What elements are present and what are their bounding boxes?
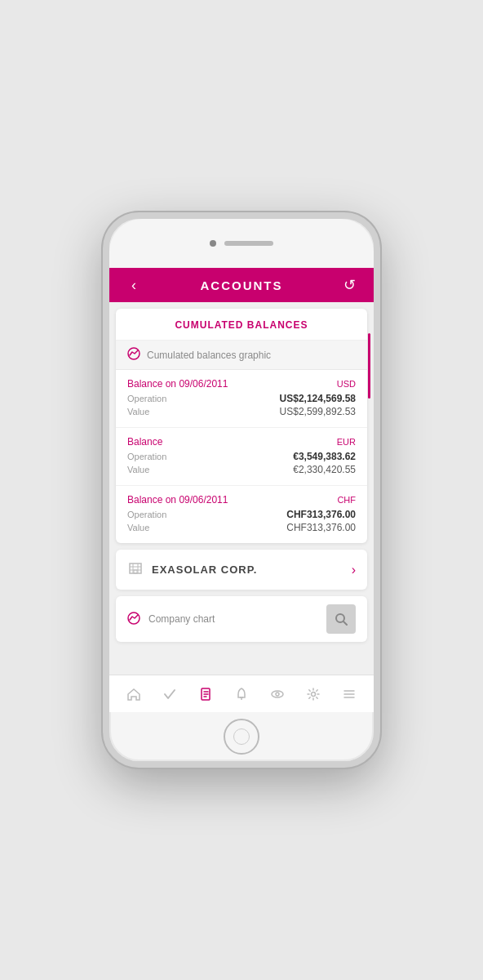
balance-chf-value-label: Value — [127, 523, 149, 532]
chart-search-button[interactable] — [326, 604, 356, 634]
balance-usd-value-amount: US$2,599,892.53 — [280, 406, 356, 417]
power-button[interactable] — [379, 317, 380, 353]
nav-eye[interactable] — [264, 681, 290, 707]
balance-eur-operation-row: Operation €3,549,383.62 — [127, 451, 356, 462]
balance-usd-value-row: Value US$2,599,892.53 — [127, 406, 356, 417]
balances-header: CUMULATED BALANCES — [116, 309, 367, 341]
balance-chf-operation-label: Operation — [127, 510, 166, 519]
svg-point-16 — [272, 691, 283, 697]
svg-point-17 — [276, 693, 279, 696]
speaker-grille — [224, 241, 273, 246]
balance-eur-value-row: Value €2,330,420.55 — [127, 464, 356, 475]
company-name: EXASOLAR CORP. — [152, 564, 343, 576]
cumulated-graphic-row[interactable]: Cumulated balances graphic — [116, 341, 367, 370]
scroll-indicator — [368, 333, 370, 399]
balance-chf-operation-value: CHF313,376.00 — [286, 509, 356, 520]
graphic-label: Cumulated balances graphic — [147, 350, 271, 361]
chart-icon — [127, 612, 140, 627]
balance-eur-value-amount: €2,330,420.55 — [293, 464, 356, 475]
balance-chf-section: Balance on 09/06/2011 CHF Operation CHF3… — [116, 486, 367, 543]
balance-chf-header-row: Balance on 09/06/2011 CHF — [127, 494, 356, 506]
refresh-button[interactable]: ↺ — [338, 276, 361, 294]
page-title: ACCOUNTS — [145, 278, 338, 292]
company-chart-row[interactable]: Company chart — [116, 596, 367, 642]
nav-home[interactable] — [121, 681, 147, 707]
balance-eur-header-row: Balance EUR — [127, 436, 356, 448]
company-arrow-icon: › — [352, 563, 356, 577]
balance-usd-section: Balance on 09/06/2011 USD Operation US$2… — [116, 370, 367, 428]
home-button-inner — [233, 728, 250, 745]
home-button[interactable] — [224, 719, 259, 755]
balance-eur-operation-value: €3,549,383.62 — [293, 451, 356, 462]
balance-eur-section: Balance EUR Operation €3,549,383.62 Valu… — [116, 428, 367, 486]
svg-rect-1 — [130, 564, 141, 573]
balances-title: CUMULATED BALANCES — [175, 319, 308, 331]
balance-chf-value-row: Value CHF313,376.00 — [127, 522, 356, 533]
balance-usd-operation-row: Operation US$2,124,569.58 — [127, 393, 356, 404]
camera-dot — [210, 240, 216, 247]
balances-card: CUMULATED BALANCES Cumulated balances gr… — [116, 309, 367, 543]
balance-eur-title: Balance — [127, 436, 162, 448]
content-area: CUMULATED BALANCES Cumulated balances gr… — [109, 302, 374, 675]
balance-usd-header-row: Balance on 09/06/2011 USD — [127, 378, 356, 390]
bottom-nav — [109, 675, 374, 712]
company-row[interactable]: EXASOLAR CORP. › — [116, 550, 367, 590]
phone-frame: ‹ ACCOUNTS ↺ CUMULATED BALANCES — [103, 212, 380, 768]
back-button[interactable]: ‹ — [122, 277, 145, 294]
balance-eur-value-label: Value — [127, 465, 149, 474]
svg-line-9 — [343, 621, 347, 625]
balance-eur-currency: EUR — [337, 437, 356, 447]
balance-chf-title: Balance on 09/06/2011 — [127, 494, 228, 506]
svg-point-18 — [312, 692, 316, 696]
balance-chf-operation-row: Operation CHF313,376.00 — [127, 509, 356, 520]
nav-check[interactable] — [157, 681, 183, 707]
balance-chf-value-amount: CHF313,376.00 — [286, 522, 356, 533]
nav-bell[interactable] — [228, 681, 255, 707]
chart-trend-icon — [127, 347, 140, 363]
balance-usd-title: Balance on 09/06/2011 — [127, 378, 228, 390]
nav-document[interactable] — [193, 681, 219, 707]
phone-top-bar — [109, 219, 374, 268]
volume-up-button[interactable] — [103, 309, 104, 332]
phone-screen: ‹ ACCOUNTS ↺ CUMULATED BALANCES — [109, 268, 374, 712]
balance-usd-value-label: Value — [127, 407, 149, 416]
nav-settings[interactable] — [300, 681, 326, 707]
balance-usd-operation-label: Operation — [127, 394, 166, 403]
balance-eur-operation-label: Operation — [127, 452, 166, 461]
balances-card-wrapper: CUMULATED BALANCES Cumulated balances gr… — [116, 309, 367, 543]
nav-menu[interactable] — [336, 681, 362, 707]
company-chart-label: Company chart — [148, 613, 318, 625]
balance-usd-operation-value: US$2,124,569.58 — [280, 393, 356, 404]
building-icon — [127, 559, 144, 580]
balance-usd-currency: USD — [337, 379, 356, 389]
balance-chf-currency: CHF — [337, 495, 356, 505]
app-header: ‹ ACCOUNTS ↺ — [109, 268, 374, 302]
volume-down-button[interactable] — [103, 340, 104, 363]
